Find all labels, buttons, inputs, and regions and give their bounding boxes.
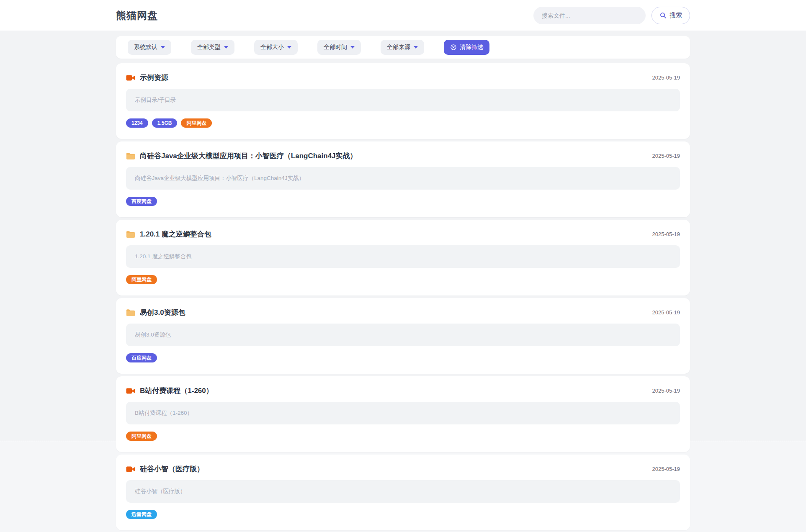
result-tags: 12341.5GB阿里网盘 xyxy=(126,118,680,128)
filter-size-label: 全部大小 xyxy=(260,44,284,51)
filter-size-dropdown[interactable]: 全部大小 xyxy=(254,40,298,55)
video-icon xyxy=(126,386,135,396)
result-card[interactable]: 1.20.1 魔之逆鳞整合包 2025-05-19 1.20.1 魔之逆鳞整合包… xyxy=(116,220,690,296)
result-date: 2025-05-19 xyxy=(652,75,680,81)
chevron-down-icon xyxy=(350,46,355,49)
tag-badge: 阿里网盘 xyxy=(126,275,157,284)
filter-source-label: 全部来源 xyxy=(387,44,410,51)
result-date: 2025-05-19 xyxy=(652,466,680,472)
result-title: 尚硅谷Java企业级大模型应用项目：小智医疗（LangChain4J实战） xyxy=(140,151,652,161)
result-card[interactable]: B站付费课程（1-260） 2025-05-19 B站付费课程（1-260） 阿… xyxy=(116,376,690,452)
app-header: 熊猫网盘 搜索 xyxy=(0,0,806,31)
result-title: B站付费课程（1-260） xyxy=(140,386,652,396)
result-card[interactable]: 硅谷小智（医疗版） 2025-05-19 硅谷小智（医疗版） 迅雷网盘 xyxy=(116,455,690,530)
tag-badge: 迅雷网盘 xyxy=(126,510,157,519)
search-input[interactable] xyxy=(533,7,646,24)
result-tags: 阿里网盘 xyxy=(126,432,680,441)
video-icon xyxy=(126,465,135,474)
result-tags: 百度网盘 xyxy=(126,197,680,206)
result-tags: 百度网盘 xyxy=(126,353,680,362)
filter-type-label: 全部类型 xyxy=(197,44,221,51)
tag-badge: 阿里网盘 xyxy=(126,432,157,441)
tag-badge: 阿里网盘 xyxy=(181,118,212,128)
result-description: 尚硅谷Java企业级大模型应用项目：小智医疗（LangChain4J实战） xyxy=(126,167,680,190)
tag-badge: 百度网盘 xyxy=(126,353,157,362)
search-area: 搜索 xyxy=(533,7,690,24)
result-date: 2025-05-19 xyxy=(652,153,680,159)
site-title: 熊猫网盘 xyxy=(116,9,158,22)
result-title: 1.20.1 魔之逆鳞整合包 xyxy=(140,229,652,239)
filter-sort-label: 系统默认 xyxy=(134,44,157,51)
result-card-head: B站付费课程（1-260） 2025-05-19 xyxy=(126,386,680,396)
result-description: 1.20.1 魔之逆鳞整合包 xyxy=(126,245,680,268)
clear-filters-label: 清除筛选 xyxy=(460,44,483,51)
tag-badge: 1234 xyxy=(126,118,148,128)
result-description: 示例目录/子目录 xyxy=(126,89,680,111)
result-card[interactable]: 尚硅谷Java企业级大模型应用项目：小智医疗（LangChain4J实战） 20… xyxy=(116,141,690,217)
filter-type-dropdown[interactable]: 全部类型 xyxy=(191,40,234,55)
filter-bar: 系统默认 全部类型 全部大小 全部时间 全部来源 xyxy=(116,36,690,59)
clear-filters-button[interactable]: 清除筛选 xyxy=(444,40,489,55)
result-title: 硅谷小智（医疗版） xyxy=(140,464,652,474)
result-description: B站付费课程（1-260） xyxy=(126,402,680,424)
result-description: 硅谷小智（医疗版） xyxy=(126,480,680,503)
result-card-head: 尚硅谷Java企业级大模型应用项目：小智医疗（LangChain4J实战） 20… xyxy=(126,151,680,161)
result-date: 2025-05-19 xyxy=(652,231,680,237)
filter-source-dropdown[interactable]: 全部来源 xyxy=(381,40,424,55)
search-button[interactable]: 搜索 xyxy=(651,7,690,24)
result-tags: 迅雷网盘 xyxy=(126,510,680,519)
result-card[interactable]: 易创3.0资源包 2025-05-19 易创3.0资源包 百度网盘 xyxy=(116,298,690,374)
result-card-head: 硅谷小智（医疗版） 2025-05-19 xyxy=(126,464,680,474)
folder-icon xyxy=(126,308,135,317)
search-button-label: 搜索 xyxy=(670,11,682,19)
result-card[interactable]: 示例资源 2025-05-19 示例目录/子目录 12341.5GB阿里网盘 xyxy=(116,63,690,139)
result-date: 2025-05-19 xyxy=(652,309,680,316)
filter-time-dropdown[interactable]: 全部时间 xyxy=(317,40,361,55)
results-list: 示例资源 2025-05-19 示例目录/子目录 12341.5GB阿里网盘 尚… xyxy=(116,63,690,530)
folder-icon xyxy=(126,230,135,239)
result-card-head: 1.20.1 魔之逆鳞整合包 2025-05-19 xyxy=(126,229,680,239)
result-title: 示例资源 xyxy=(140,73,652,82)
chevron-down-icon xyxy=(287,46,291,49)
clear-circle-x-icon xyxy=(450,44,457,51)
result-card-head: 易创3.0资源包 2025-05-19 xyxy=(126,308,680,317)
chevron-down-icon xyxy=(224,46,228,49)
filter-sort-dropdown[interactable]: 系统默认 xyxy=(128,40,171,55)
tag-badge: 1.5GB xyxy=(152,118,178,128)
tag-badge: 百度网盘 xyxy=(126,197,157,206)
folder-icon xyxy=(126,152,135,161)
result-title: 易创3.0资源包 xyxy=(140,308,652,317)
chevron-down-icon xyxy=(414,46,418,49)
search-icon xyxy=(659,12,667,19)
result-tags: 阿里网盘 xyxy=(126,275,680,284)
result-description: 易创3.0资源包 xyxy=(126,324,680,346)
result-date: 2025-05-19 xyxy=(652,388,680,394)
video-icon xyxy=(126,73,135,82)
result-card-head: 示例资源 2025-05-19 xyxy=(126,73,680,82)
filter-time-label: 全部时间 xyxy=(324,44,347,51)
chevron-down-icon xyxy=(161,46,165,49)
